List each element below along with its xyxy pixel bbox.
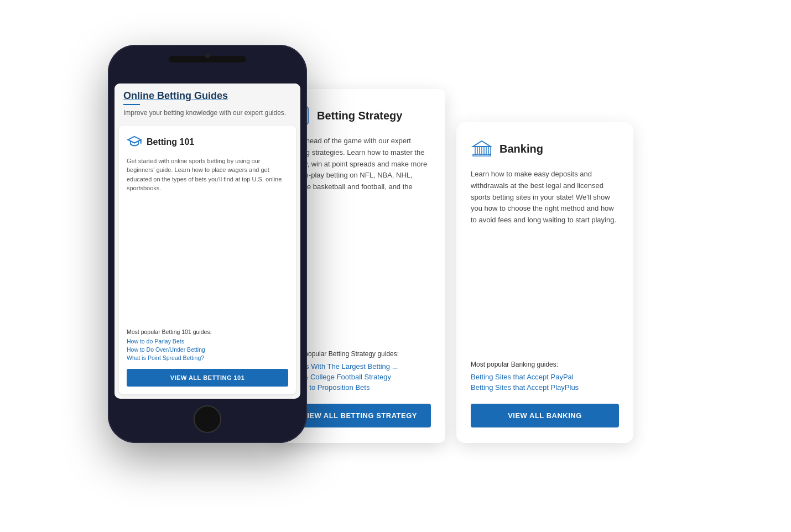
- svg-rect-8: [480, 147, 482, 154]
- phone-link-1[interactable]: How to do Parlay Bets: [127, 338, 288, 345]
- phone-link-3[interactable]: What is Point Spread Betting?: [127, 354, 288, 361]
- phone-link-2[interactable]: How to Do Over/Under Betting: [127, 346, 288, 353]
- phone-device: Online Betting Guides Improve your betti…: [108, 45, 307, 443]
- banking-view-all-button[interactable]: VIEW ALL BANKING: [471, 404, 619, 427]
- banking-link-2[interactable]: Betting Sites that Accept PlayPlus: [471, 383, 619, 392]
- banking-description: Learn how to make easy deposits and with…: [471, 169, 619, 350]
- main-scene: Online Betting Guides Improve your betti…: [91, 23, 700, 509]
- betting-strategy-title: Betting Strategy: [317, 109, 402, 122]
- svg-marker-6: [473, 141, 491, 147]
- betting-strategy-description: Get ahead of the game with our expert be…: [288, 135, 431, 339]
- banking-links: Betting Sites that Accept PayPal Betting…: [471, 373, 619, 392]
- phone-screen-title: Online Betting Guides: [123, 90, 292, 102]
- phone-card-title: Betting 101: [147, 137, 194, 147]
- svg-rect-10: [488, 147, 491, 154]
- phone-screen: Online Betting Guides Improve your betti…: [115, 84, 300, 399]
- phone-home-button[interactable]: [194, 405, 221, 433]
- betting-strategy-header: Betting Strategy: [288, 105, 431, 127]
- banking-header: Banking: [471, 138, 619, 160]
- betting-strategy-view-all-button[interactable]: VIEW ALL BETTING STRATEGY: [288, 404, 431, 427]
- phone-header: Online Betting Guides Improve your betti…: [115, 84, 300, 121]
- bank-icon: [471, 138, 493, 160]
- banking-link-1[interactable]: Betting Sites that Accept PayPal: [471, 373, 619, 381]
- betting-strategy-popular-label: Most popular Betting Strategy guides:: [288, 350, 431, 358]
- phone-card-description: Get started with online sports betting b…: [127, 157, 288, 323]
- phone-guide-links: How to do Parlay Bets How to Do Over/Und…: [127, 338, 288, 361]
- svg-rect-9: [484, 147, 486, 154]
- phone-screen-subtitle: Improve your betting knowledge with our …: [123, 108, 292, 118]
- phone-view-all-button[interactable]: VIEW ALL BETTING 101: [127, 369, 288, 387]
- graduation-icon: [127, 133, 142, 151]
- banking-card: Banking Learn how to make easy deposits …: [456, 122, 633, 443]
- phone-popular-label: Most popular Betting 101 guides:: [127, 328, 288, 335]
- phone-camera: [205, 54, 210, 58]
- svg-rect-7: [475, 147, 477, 154]
- banking-popular-label: Most popular Banking guides:: [471, 361, 619, 368]
- svg-rect-11: [473, 154, 491, 156]
- betting-strategy-links: Sports With The Largest Betting ... NFL …: [288, 362, 431, 392]
- strategy-link-3[interactable]: Guide to Proposition Bets: [288, 383, 431, 392]
- strategy-link-1[interactable]: Sports With The Largest Betting ...: [288, 362, 431, 371]
- banking-title: Banking: [499, 143, 543, 155]
- phone-card-header: Betting 101: [127, 133, 288, 151]
- phone-betting-101-card: Betting 101 Get started with online spor…: [119, 126, 296, 394]
- strategy-link-2[interactable]: NFL & College Football Strategy: [288, 373, 431, 381]
